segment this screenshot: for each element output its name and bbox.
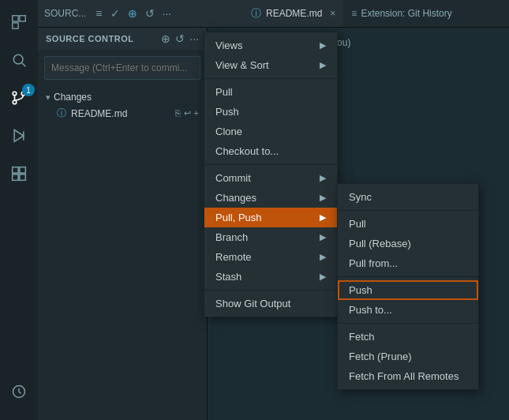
menu-item-pull[interactable]: Pull	[204, 82, 337, 102]
readme-tab-close[interactable]: ×	[330, 8, 335, 19]
menu-item-pull-push-label: Pull, Push	[215, 212, 262, 223]
activity-bar: 1	[0, 0, 38, 420]
commit-message-input[interactable]	[44, 56, 200, 80]
separator-3	[204, 290, 337, 291]
svg-rect-0	[13, 16, 18, 21]
submenu-fetch-label: Fetch	[349, 331, 375, 343]
more-icon[interactable]: ···	[161, 6, 174, 21]
source-control-tab[interactable]: SOURC... ≡ ✓ ⊕ ↺ ···	[38, 0, 243, 27]
menu-item-push-top[interactable]: Push	[204, 102, 337, 122]
file-item: ⓘ README.md ⎘ ↩ +	[38, 105, 207, 122]
source-control-badge: 1	[22, 84, 35, 96]
submenu-item-fetch-prune[interactable]: Fetch (Prune)	[338, 347, 478, 366]
context-menu: Views ▶ View & Sort ▶ Pull Push Clone Ch…	[204, 32, 338, 317]
run-icon[interactable]	[0, 117, 38, 155]
menu-item-clone-label: Clone	[215, 126, 242, 137]
arrow-icon: ▶	[320, 232, 326, 242]
submenu-push-to-label: Push to...	[349, 304, 392, 316]
svg-rect-12	[20, 167, 26, 174]
sc-panel-header: SOURCE CONTROL ⊕ ↺ ···	[38, 28, 207, 50]
refresh-icon[interactable]: ↺	[144, 6, 156, 21]
readme-tab-label: README.md	[266, 8, 322, 19]
menu-item-branch-label: Branch	[215, 231, 248, 243]
submenu-item-fetch-all[interactable]: Fetch From All Remotes	[338, 366, 478, 386]
ext-tab[interactable]: ≡ Extension: Git History	[343, 0, 459, 27]
file-action-discard[interactable]: ↩	[184, 108, 191, 118]
file-info-icon: ⓘ	[57, 107, 66, 120]
menu-item-clone[interactable]: Clone	[204, 122, 337, 141]
changes-section: ▾ Changes ⓘ README.md ⎘ ↩ +	[38, 86, 207, 125]
submenu-item-pull-rebase[interactable]: Pull (Rebase)	[338, 234, 478, 253]
submenu-item-pull[interactable]: Pull	[338, 214, 478, 234]
git-history-icon[interactable]	[0, 373, 38, 411]
submenu-sep-1	[338, 210, 478, 211]
menu-item-show-git-output-label: Show Git Output	[215, 298, 290, 309]
source-control-tab-label: SOURC...	[44, 8, 86, 19]
submenu-item-push-to[interactable]: Push to...	[338, 300, 478, 320]
menu-item-changes-label: Changes	[215, 192, 256, 204]
add-icon[interactable]: ⊕	[126, 6, 139, 21]
arrow-icon: ▶	[320, 60, 326, 70]
submenu-item-sync[interactable]: Sync	[338, 187, 478, 207]
menu-item-views[interactable]: Views ▶	[204, 36, 337, 55]
search-icon[interactable]	[0, 41, 38, 79]
hamburger-icon[interactable]: ≡	[94, 6, 103, 21]
menu-item-pull-label: Pull	[215, 86, 233, 98]
arrow-icon: ▶	[320, 272, 326, 282]
menu-item-commit[interactable]: Commit ▶	[204, 168, 337, 188]
arrow-icon: ▶	[320, 252, 326, 262]
svg-rect-1	[20, 16, 25, 21]
menu-item-remote-label: Remote	[215, 251, 252, 263]
svg-rect-13	[13, 174, 19, 181]
file-action-copy[interactable]: ⎘	[175, 108, 181, 118]
menu-item-remote[interactable]: Remote ▶	[204, 247, 337, 267]
changes-header[interactable]: ▾ Changes	[38, 89, 207, 105]
submenu-item-pull-from[interactable]: Pull from...	[338, 253, 478, 273]
sc-header-icons: ⊕ ↺ ···	[161, 32, 199, 45]
file-name: README.md	[71, 108, 170, 119]
file-actions: ⎘ ↩ +	[175, 108, 199, 118]
submenu-item-fetch[interactable]: Fetch	[338, 327, 478, 347]
readme-tab[interactable]: ⓘ README.md ×	[243, 0, 343, 27]
sc-icon-1[interactable]: ⊕	[161, 32, 170, 45]
explorer-icon[interactable]	[0, 3, 38, 41]
svg-rect-14	[20, 174, 26, 181]
menu-item-branch[interactable]: Branch ▶	[204, 227, 337, 247]
svg-rect-11	[13, 167, 19, 174]
menu-item-stash[interactable]: Stash ▶	[204, 267, 337, 287]
source-control-icon[interactable]: 1	[0, 79, 38, 117]
menu-item-views-label: Views	[215, 39, 242, 51]
submenu-pull-label: Pull	[349, 218, 366, 230]
menu-item-changes[interactable]: Changes ▶	[204, 188, 337, 208]
ext-tab-icon: ≡	[351, 8, 357, 19]
menu-item-show-git-output[interactable]: Show Git Output	[204, 294, 337, 313]
file-action-stage[interactable]: +	[194, 108, 199, 118]
menu-item-checkout[interactable]: Checkout to...	[204, 141, 337, 161]
check-icon[interactable]: ✓	[109, 6, 122, 21]
menu-item-pull-push[interactable]: Pull, Push ▶	[204, 208, 337, 227]
submenu-pull-rebase-label: Pull (Rebase)	[349, 238, 411, 249]
svg-rect-2	[13, 23, 18, 28]
submenu-item-push[interactable]: Push	[338, 280, 478, 300]
svg-point-3	[13, 54, 23, 64]
source-control-panel: SOURCE CONTROL ⊕ ↺ ··· ▾ Changes ⓘ READM…	[38, 28, 208, 420]
submenu-fetch-all-label: Fetch From All Remotes	[349, 370, 458, 382]
svg-point-6	[13, 100, 17, 104]
submenu-pull-from-label: Pull from...	[349, 257, 398, 269]
svg-line-4	[22, 63, 26, 67]
chevron-icon: ▾	[46, 92, 51, 103]
sc-more-icon[interactable]: ···	[189, 32, 199, 45]
arrow-icon: ▶	[320, 173, 326, 183]
ext-tab-label: Extension: Git History	[361, 8, 451, 19]
arrow-icon: ▶	[320, 40, 326, 51]
sc-icon-2[interactable]: ↺	[175, 32, 185, 45]
submenu-sync-label: Sync	[349, 191, 372, 203]
extensions-icon[interactable]	[0, 155, 38, 193]
tab-bar: SOURC... ≡ ✓ ⊕ ↺ ··· ⓘ README.md × ≡ Ext…	[38, 0, 509, 28]
menu-item-view-sort[interactable]: View & Sort ▶	[204, 55, 337, 75]
separator-2	[204, 164, 337, 165]
menu-item-stash-label: Stash	[215, 271, 241, 283]
submenu-fetch-prune-label: Fetch (Prune)	[349, 351, 411, 362]
svg-point-5	[13, 92, 17, 96]
changes-label: Changes	[54, 92, 199, 103]
